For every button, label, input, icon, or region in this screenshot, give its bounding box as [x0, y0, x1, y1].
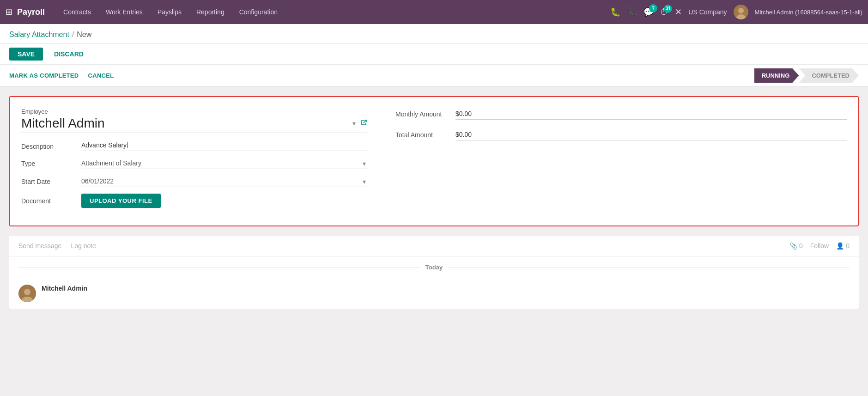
chatter-entry-body: Mitchell Admin — [42, 285, 87, 292]
document-value: UPLOAD YOUR FILE — [81, 194, 368, 208]
upload-button[interactable]: UPLOAD YOUR FILE — [81, 194, 161, 208]
attachments-count[interactable]: 📎 0 — [789, 242, 803, 250]
type-value: Attachment of Salary Assignment of Salar… — [81, 158, 368, 169]
monthly-amount-field[interactable]: $0.00 — [455, 108, 847, 120]
monthly-amount-row: Monthly Amount $0.00 — [395, 108, 847, 120]
main-content: Employee Mitchell Admin ▾ — [0, 87, 868, 390]
activity-badge: 31 — [664, 5, 672, 13]
svg-point-5 — [24, 289, 30, 295]
description-value: Advance Salary — [81, 141, 368, 151]
cancel-button[interactable]: CANCEL — [88, 72, 114, 79]
status-bar: MARK AS COMPLETED CANCEL RUNNING COMPLET… — [0, 65, 868, 87]
status-pipeline: RUNNING COMPLETED — [754, 68, 859, 83]
pipeline-running[interactable]: RUNNING — [754, 68, 799, 83]
form-right: Monthly Amount $0.00 Total Amount $0.00 — [395, 108, 847, 214]
tools-icon[interactable]: ✕ — [675, 7, 682, 17]
nav-work-entries[interactable]: Work Entries — [98, 0, 150, 24]
chat-icon[interactable]: 💬 7 — [643, 7, 654, 17]
log-note-button[interactable]: Log note — [71, 242, 96, 250]
chatter-toolbar: Send message Log note 📎 0 Follow 👤 0 — [9, 236, 859, 256]
breadcrumb-current: New — [77, 30, 91, 39]
app-brand[interactable]: Payroll — [17, 7, 45, 17]
attachments-number: 0 — [799, 242, 803, 250]
action-bar: SAVE DISCARD — [0, 44, 868, 65]
document-label: Document — [21, 197, 81, 205]
activity-icon[interactable]: ⏱ 31 — [660, 7, 668, 17]
chatter-right: 📎 0 Follow 👤 0 — [789, 242, 850, 250]
description-text[interactable]: Advance Salary — [81, 141, 127, 149]
chatter-entry-name: Mitchell Admin — [42, 285, 87, 292]
chatter-avatar — [18, 285, 36, 302]
nav-payslips[interactable]: Payslips — [150, 0, 189, 24]
follow-button[interactable]: Follow — [810, 242, 829, 250]
breadcrumb-separator: / — [72, 30, 74, 39]
description-label: Description — [21, 143, 81, 150]
paperclip-icon: 📎 — [789, 242, 797, 250]
employee-label: Employee — [21, 108, 368, 115]
form-left: Employee Mitchell Admin ▾ — [21, 108, 368, 214]
grid-icon[interactable]: ⊞ — [6, 7, 12, 17]
svg-point-1 — [738, 8, 744, 13]
start-date-input[interactable] — [81, 176, 368, 187]
bug-icon[interactable]: 🐛 — [610, 7, 620, 17]
chatter-section: Send message Log note 📎 0 Follow 👤 0 Tod… — [9, 236, 859, 309]
today-label: Today — [420, 264, 448, 271]
employee-field-group: Employee Mitchell Admin ▾ — [21, 108, 368, 133]
send-message-button[interactable]: Send message — [18, 242, 61, 250]
employee-name-value[interactable]: Mitchell Admin — [21, 116, 348, 131]
employee-external-link-icon[interactable] — [360, 119, 368, 128]
start-date-label: Start Date — [21, 178, 81, 185]
topnav-menu: Contracts Work Entries Payslips Reportin… — [56, 0, 610, 24]
type-label: Type — [21, 160, 81, 167]
pipeline-completed[interactable]: COMPLETED — [799, 68, 859, 83]
type-select[interactable]: Attachment of Salary Assignment of Salar… — [81, 158, 368, 169]
nav-reporting[interactable]: Reporting — [189, 0, 232, 24]
total-amount-label: Total Amount — [395, 131, 455, 139]
phone-icon[interactable]: 📞 — [627, 7, 637, 17]
form-card: Employee Mitchell Admin ▾ — [9, 96, 859, 226]
total-amount-row: Total Amount $0.00 — [395, 129, 847, 140]
chatter-entry: Mitchell Admin — [9, 278, 859, 309]
form-section: Employee Mitchell Admin ▾ — [21, 108, 847, 214]
nav-contracts[interactable]: Contracts — [56, 0, 98, 24]
user-name[interactable]: Mitchell Admin (16088564-saas-15-1-all) — [755, 9, 862, 16]
followers-number: 0 — [846, 242, 850, 250]
text-cursor — [127, 142, 127, 148]
chatter-today-divider: Today — [9, 256, 859, 278]
monthly-amount-value: $0.00 — [455, 108, 847, 120]
monthly-amount-label: Monthly Amount — [395, 110, 455, 118]
start-date-row: Start Date — [21, 176, 368, 187]
document-row: Document UPLOAD YOUR FILE — [21, 194, 368, 208]
topnav-right: 🐛 📞 💬 7 ⏱ 31 ✕ US Company Mitchell Admi — [610, 5, 862, 19]
employee-name-field: Mitchell Admin ▾ — [21, 116, 368, 133]
company-selector[interactable]: US Company — [688, 8, 727, 16]
status-actions: MARK AS COMPLETED CANCEL — [9, 72, 754, 79]
follow-label[interactable]: Follow — [810, 242, 829, 250]
breadcrumb: Salary Attachment / New — [0, 24, 868, 44]
save-button[interactable]: SAVE — [9, 48, 43, 61]
nav-configuration[interactable]: Configuration — [232, 0, 285, 24]
description-row: Description Advance Salary — [21, 141, 368, 151]
total-amount-field[interactable]: $0.00 — [455, 129, 847, 140]
type-row: Type Attachment of Salary Assignment of … — [21, 158, 368, 169]
avatar[interactable] — [734, 5, 748, 19]
start-date-value — [81, 176, 368, 187]
discard-button[interactable]: DISCARD — [48, 48, 90, 61]
employee-dropdown-icon[interactable]: ▾ — [352, 120, 356, 127]
person-icon: 👤 — [836, 242, 844, 250]
mark-completed-button[interactable]: MARK AS COMPLETED — [9, 72, 79, 79]
breadcrumb-parent[interactable]: Salary Attachment — [9, 30, 69, 39]
total-amount-value: $0.00 — [455, 129, 847, 140]
followers-count[interactable]: 👤 0 — [836, 242, 850, 250]
topnav: ⊞ Payroll Contracts Work Entries Payslip… — [0, 0, 868, 24]
chat-badge: 7 — [649, 4, 657, 12]
svg-line-3 — [364, 120, 366, 123]
